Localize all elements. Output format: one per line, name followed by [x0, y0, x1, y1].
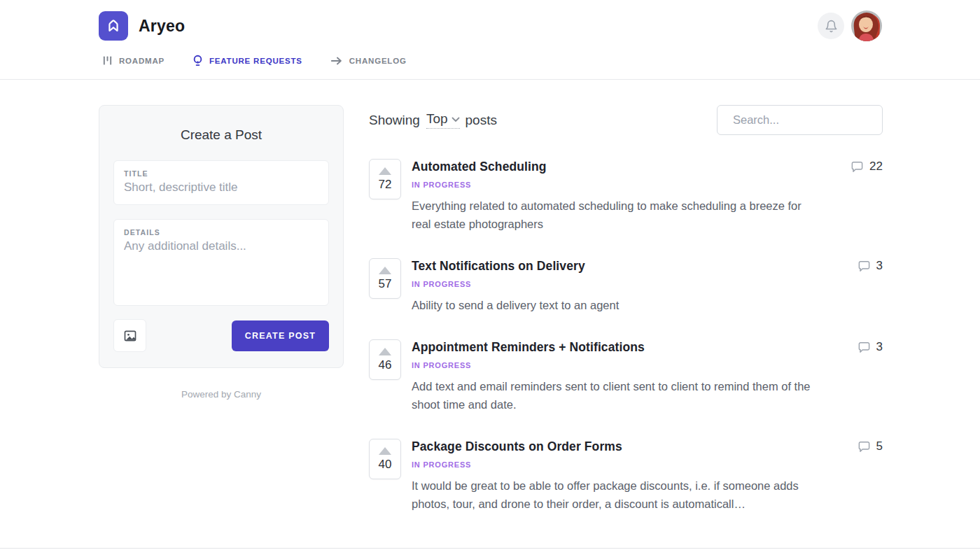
feedback-board-page: Aryeo — [0, 0, 980, 550]
post-body: Automated Scheduling 22 IN PROGRESS Ever… — [412, 159, 883, 233]
post-comments[interactable]: 5 — [844, 439, 883, 453]
post-comments[interactable]: 3 — [844, 259, 883, 273]
post-body: Text Notifications on Delivery 3 IN PROG… — [412, 258, 883, 314]
nav-roadmap[interactable]: ROADMAP — [102, 55, 164, 66]
comment-count: 3 — [876, 340, 883, 354]
post-title[interactable]: Automated Scheduling — [412, 160, 547, 174]
upvote-arrow-icon — [379, 348, 391, 355]
left-column: Create a Post TITLE DETAILS — [99, 105, 344, 400]
create-post-card: Create a Post TITLE DETAILS — [99, 105, 344, 368]
chevron-down-icon — [451, 117, 460, 122]
powered-by-canny[interactable]: Powered by Canny — [99, 389, 344, 400]
comment-count: 5 — [876, 439, 883, 453]
board-nav: ROADMAP FEATURE REQUESTS CHANGELOG — [0, 45, 980, 80]
post-description: Ability to send a delivery text to an ag… — [412, 296, 821, 314]
upvote-arrow-icon — [379, 267, 391, 274]
status-badge: IN PROGRESS — [412, 460, 883, 469]
search-box — [717, 105, 883, 135]
comment-bubble-icon — [858, 440, 871, 453]
avatar-photo — [851, 10, 882, 41]
details-input[interactable] — [124, 239, 318, 288]
title-field-label: TITLE — [124, 169, 318, 178]
comment-count: 3 — [876, 259, 883, 273]
post-row[interactable]: 46 Appointment Reminders + Notifications… — [369, 339, 883, 414]
notifications-button[interactable] — [818, 13, 844, 39]
vote-count: 57 — [379, 277, 392, 291]
post-description: It would be great to be able to offer pa… — [412, 477, 821, 513]
title-input[interactable] — [124, 181, 318, 195]
header: Aryeo — [0, 0, 980, 45]
posts-word: posts — [465, 113, 497, 128]
content: Create a Post TITLE DETAILS — [0, 80, 980, 538]
post-comments[interactable]: 22 — [836, 160, 883, 174]
post-row[interactable]: 72 Automated Scheduling 22 — [369, 159, 883, 233]
upvote-button[interactable]: 57 — [369, 258, 401, 299]
create-post-heading: Create a Post — [113, 127, 329, 143]
sort-dropdown[interactable]: Top — [426, 111, 460, 129]
nav-changelog-label: CHANGELOG — [349, 57, 407, 65]
post-title[interactable]: Text Notifications on Delivery — [412, 259, 585, 274]
comment-bubble-icon — [858, 260, 871, 273]
status-badge: IN PROGRESS — [412, 181, 883, 189]
post-description: Add text and email reminders sent to cli… — [412, 377, 821, 414]
roadmap-icon — [102, 55, 113, 66]
aryeo-logo[interactable] — [99, 11, 128, 41]
showing-text: Showing Top posts — [369, 111, 497, 129]
image-icon — [123, 329, 137, 343]
posts-list: 72 Automated Scheduling 22 — [369, 159, 883, 513]
title-field-wrap: TITLE — [113, 160, 329, 205]
status-badge: IN PROGRESS — [412, 361, 883, 369]
post-top-row: Package Discounts on Order Forms 5 — [412, 439, 883, 454]
list-header: Showing Top posts — [369, 105, 883, 135]
page-title: Aryeo — [139, 17, 185, 36]
nav-changelog[interactable]: CHANGELOG — [330, 56, 407, 66]
header-actions — [818, 10, 882, 41]
create-post-actions: CREATE POST — [113, 319, 329, 352]
post-top-row: Text Notifications on Delivery 3 — [412, 259, 883, 274]
comment-bubble-icon — [850, 160, 864, 174]
upvote-button[interactable]: 72 — [369, 159, 401, 199]
main-column: Showing Top posts — [369, 105, 883, 538]
post-row[interactable]: 57 Text Notifications on Delivery 3 — [369, 258, 883, 314]
post-top-row: Appointment Reminders + Notifications 3 — [412, 340, 883, 355]
post-description: Everything related to automated scheduli… — [412, 197, 821, 233]
upvote-button[interactable]: 40 — [369, 439, 401, 479]
showing-label: Showing — [369, 113, 420, 128]
search-input[interactable] — [733, 113, 887, 127]
details-field-wrap: DETAILS — [113, 219, 329, 306]
nav-roadmap-label: ROADMAP — [119, 57, 164, 65]
vote-count: 72 — [379, 178, 392, 192]
nav-feature-requests[interactable]: FEATURE REQUESTS — [192, 55, 302, 66]
sort-selected-value: Top — [426, 111, 448, 127]
post-body: Appointment Reminders + Notifications 3 … — [412, 339, 883, 414]
vote-count: 40 — [379, 458, 392, 472]
user-avatar[interactable] — [851, 10, 882, 41]
nav-feature-requests-label: FEATURE REQUESTS — [209, 57, 302, 65]
post-top-row: Automated Scheduling 22 — [412, 160, 883, 174]
upvote-button[interactable]: 46 — [369, 339, 401, 380]
post-title[interactable]: Package Discounts on Order Forms — [412, 439, 622, 454]
post-title[interactable]: Appointment Reminders + Notifications — [412, 340, 645, 355]
comment-count: 22 — [869, 160, 883, 174]
post-row[interactable]: 40 Package Discounts on Order Forms 5 — [369, 439, 883, 513]
vote-count: 46 — [379, 358, 392, 372]
lightbulb-icon — [192, 55, 203, 66]
post-body: Package Discounts on Order Forms 5 IN PR… — [412, 439, 883, 513]
arrow-right-icon — [330, 56, 343, 66]
home-arrow-icon — [104, 17, 122, 35]
upvote-arrow-icon — [379, 447, 391, 455]
upvote-arrow-icon — [379, 167, 391, 175]
details-field-label: DETAILS — [124, 228, 318, 237]
bell-icon — [825, 20, 838, 33]
create-post-button[interactable]: CREATE POST — [232, 320, 329, 351]
status-badge: IN PROGRESS — [412, 280, 883, 288]
attach-image-button[interactable] — [113, 319, 146, 352]
comment-bubble-icon — [858, 341, 871, 354]
post-comments[interactable]: 3 — [844, 340, 883, 354]
